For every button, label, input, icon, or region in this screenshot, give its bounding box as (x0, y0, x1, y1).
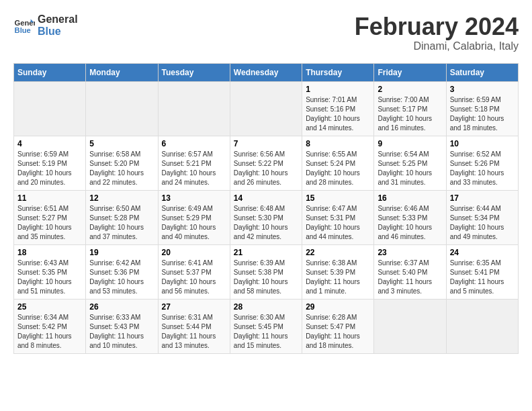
day-info: Sunrise: 6:58 AM Sunset: 5:20 PM Dayligh… (89, 150, 154, 187)
day-number: 22 (306, 248, 370, 257)
calendar-cell (374, 299, 446, 353)
day-number: 10 (450, 139, 515, 148)
calendar-cell: 8Sunrise: 6:55 AM Sunset: 5:24 PM Daylig… (302, 136, 374, 190)
day-number: 19 (89, 248, 154, 257)
day-number: 27 (162, 302, 226, 312)
calendar-cell: 17Sunrise: 6:44 AM Sunset: 5:34 PM Dayli… (446, 190, 518, 244)
calendar-cell: 29Sunrise: 6:28 AM Sunset: 5:47 PM Dayli… (302, 299, 374, 353)
calendar-week-5: 25Sunrise: 6:34 AM Sunset: 5:42 PM Dayli… (14, 299, 519, 353)
calendar-header: SundayMondayTuesdayWednesdayThursdayFrid… (14, 63, 519, 81)
calendar-cell: 22Sunrise: 6:38 AM Sunset: 5:39 PM Dayli… (302, 244, 374, 299)
logo-icon: General Blue (13, 15, 35, 36)
calendar-cell: 23Sunrise: 6:37 AM Sunset: 5:40 PM Dayli… (374, 244, 446, 299)
day-info: Sunrise: 6:57 AM Sunset: 5:21 PM Dayligh… (162, 150, 226, 187)
day-number: 12 (89, 193, 154, 203)
calendar-cell: 10Sunrise: 6:52 AM Sunset: 5:26 PM Dayli… (446, 136, 518, 190)
subtitle: Dinami, Calabria, Italy (355, 40, 519, 52)
day-info: Sunrise: 6:43 AM Sunset: 5:35 PM Dayligh… (17, 259, 82, 296)
day-info: Sunrise: 6:31 AM Sunset: 5:44 PM Dayligh… (162, 313, 226, 351)
day-number: 1 (306, 85, 370, 94)
svg-text:General: General (15, 19, 35, 27)
weekday-header-sunday: Sunday (14, 63, 86, 81)
day-number: 18 (17, 248, 82, 257)
day-info: Sunrise: 6:37 AM Sunset: 5:40 PM Dayligh… (378, 259, 442, 296)
day-info: Sunrise: 6:34 AM Sunset: 5:42 PM Dayligh… (17, 313, 82, 351)
calendar-cell: 19Sunrise: 6:42 AM Sunset: 5:36 PM Dayli… (86, 244, 158, 299)
calendar-cell: 12Sunrise: 6:50 AM Sunset: 5:28 PM Dayli… (86, 190, 158, 244)
calendar-cell: 26Sunrise: 6:33 AM Sunset: 5:43 PM Dayli… (86, 299, 158, 353)
calendar-cell: 27Sunrise: 6:31 AM Sunset: 5:44 PM Dayli… (158, 299, 230, 353)
day-number: 25 (17, 302, 82, 312)
calendar-week-4: 18Sunrise: 6:43 AM Sunset: 5:35 PM Dayli… (14, 244, 519, 299)
calendar-cell: 16Sunrise: 6:46 AM Sunset: 5:33 PM Dayli… (374, 190, 446, 244)
calendar-cell: 28Sunrise: 6:30 AM Sunset: 5:45 PM Dayli… (230, 299, 302, 353)
day-number: 16 (378, 193, 442, 203)
calendar-cell: 20Sunrise: 6:41 AM Sunset: 5:37 PM Dayli… (158, 244, 230, 299)
title-block: February 2024 Dinami, Calabria, Italy (355, 13, 519, 52)
calendar-cell (446, 299, 518, 353)
day-number: 28 (234, 302, 298, 312)
day-info: Sunrise: 6:49 AM Sunset: 5:29 PM Dayligh… (162, 204, 226, 242)
calendar-body: 1Sunrise: 7:01 AM Sunset: 5:16 PM Daylig… (14, 81, 519, 353)
calendar-cell (230, 81, 302, 136)
calendar-cell: 24Sunrise: 6:35 AM Sunset: 5:41 PM Dayli… (446, 244, 518, 299)
day-info: Sunrise: 6:38 AM Sunset: 5:39 PM Dayligh… (306, 259, 370, 296)
day-number: 8 (306, 139, 370, 148)
day-number: 17 (450, 193, 515, 203)
day-info: Sunrise: 6:33 AM Sunset: 5:43 PM Dayligh… (89, 313, 154, 351)
calendar-cell: 6Sunrise: 6:57 AM Sunset: 5:21 PM Daylig… (158, 136, 230, 190)
day-number: 7 (234, 139, 298, 148)
day-info: Sunrise: 6:39 AM Sunset: 5:38 PM Dayligh… (234, 259, 298, 296)
day-info: Sunrise: 6:42 AM Sunset: 5:36 PM Dayligh… (89, 259, 154, 296)
day-info: Sunrise: 6:59 AM Sunset: 5:19 PM Dayligh… (17, 150, 82, 187)
calendar-cell (14, 81, 86, 136)
day-info: Sunrise: 7:00 AM Sunset: 5:17 PM Dayligh… (378, 95, 442, 133)
day-number: 26 (89, 302, 154, 312)
logo-general: General (38, 13, 78, 26)
calendar-week-3: 11Sunrise: 6:51 AM Sunset: 5:27 PM Dayli… (14, 190, 519, 244)
day-number: 4 (17, 139, 82, 148)
calendar-cell: 15Sunrise: 6:47 AM Sunset: 5:31 PM Dayli… (302, 190, 374, 244)
calendar-table: SundayMondayTuesdayWednesdayThursdayFrid… (13, 63, 519, 354)
weekday-header-tuesday: Tuesday (158, 63, 230, 81)
day-number: 9 (378, 139, 442, 148)
calendar-cell: 2Sunrise: 7:00 AM Sunset: 5:17 PM Daylig… (374, 81, 446, 136)
logo: General Blue General Blue (13, 13, 78, 37)
day-number: 3 (450, 85, 515, 94)
calendar-cell: 25Sunrise: 6:34 AM Sunset: 5:42 PM Dayli… (14, 299, 86, 353)
day-info: Sunrise: 6:35 AM Sunset: 5:41 PM Dayligh… (450, 259, 515, 296)
page-header: General Blue General Blue February 2024 … (13, 13, 519, 52)
weekday-header-monday: Monday (86, 63, 158, 81)
logo-blue: Blue (38, 26, 78, 38)
svg-text:Blue: Blue (15, 26, 31, 34)
day-number: 15 (306, 193, 370, 203)
calendar-cell: 14Sunrise: 6:48 AM Sunset: 5:30 PM Dayli… (230, 190, 302, 244)
day-number: 5 (89, 139, 154, 148)
day-info: Sunrise: 6:30 AM Sunset: 5:45 PM Dayligh… (234, 313, 298, 351)
day-info: Sunrise: 6:44 AM Sunset: 5:34 PM Dayligh… (450, 204, 515, 242)
day-number: 21 (234, 248, 298, 257)
day-info: Sunrise: 6:54 AM Sunset: 5:25 PM Dayligh… (378, 150, 442, 187)
day-number: 20 (162, 248, 226, 257)
day-info: Sunrise: 7:01 AM Sunset: 5:16 PM Dayligh… (306, 95, 370, 133)
calendar-cell: 1Sunrise: 7:01 AM Sunset: 5:16 PM Daylig… (302, 81, 374, 136)
weekday-header-thursday: Thursday (302, 63, 374, 81)
calendar-cell: 18Sunrise: 6:43 AM Sunset: 5:35 PM Dayli… (14, 244, 86, 299)
day-number: 29 (306, 302, 370, 312)
calendar-cell (86, 81, 158, 136)
day-info: Sunrise: 6:55 AM Sunset: 5:24 PM Dayligh… (306, 150, 370, 187)
calendar-cell: 21Sunrise: 6:39 AM Sunset: 5:38 PM Dayli… (230, 244, 302, 299)
day-info: Sunrise: 6:52 AM Sunset: 5:26 PM Dayligh… (450, 150, 515, 187)
day-number: 13 (162, 193, 226, 203)
day-info: Sunrise: 6:50 AM Sunset: 5:28 PM Dayligh… (89, 204, 154, 242)
main-title: February 2024 (355, 13, 519, 40)
calendar-cell: 9Sunrise: 6:54 AM Sunset: 5:25 PM Daylig… (374, 136, 446, 190)
calendar-cell: 3Sunrise: 6:59 AM Sunset: 5:18 PM Daylig… (446, 81, 518, 136)
day-info: Sunrise: 6:51 AM Sunset: 5:27 PM Dayligh… (17, 204, 82, 242)
day-info: Sunrise: 6:28 AM Sunset: 5:47 PM Dayligh… (306, 313, 370, 351)
day-number: 14 (234, 193, 298, 203)
day-info: Sunrise: 6:48 AM Sunset: 5:30 PM Dayligh… (234, 204, 298, 242)
day-info: Sunrise: 6:46 AM Sunset: 5:33 PM Dayligh… (378, 204, 442, 242)
calendar-cell (158, 81, 230, 136)
day-info: Sunrise: 6:59 AM Sunset: 5:18 PM Dayligh… (450, 95, 515, 133)
